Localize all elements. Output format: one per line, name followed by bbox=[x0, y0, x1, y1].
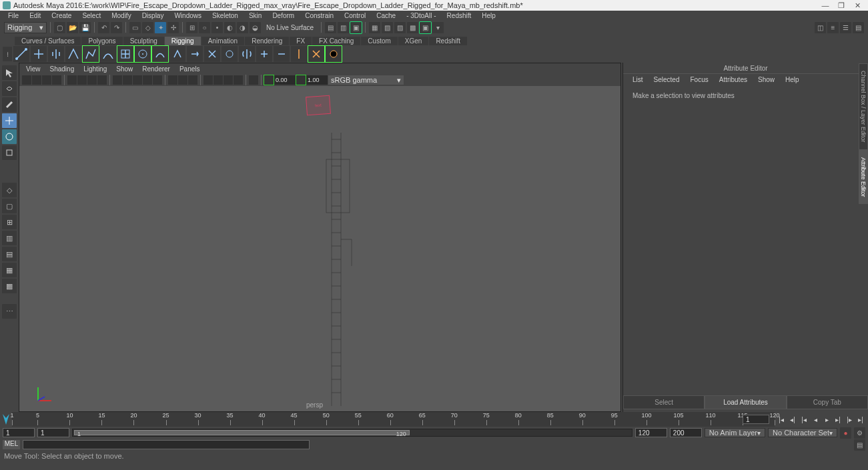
vp-near-clip-field[interactable]: 0.00 bbox=[274, 75, 296, 85]
ae-menu-selected[interactable]: Selected bbox=[648, 76, 685, 83]
ae-tab-copy[interactable]: Copy Tab bbox=[787, 395, 868, 409]
step-forward-key-button[interactable]: |▸ bbox=[845, 415, 854, 424]
scale-tool[interactable] bbox=[2, 145, 17, 160]
close-button[interactable]: ✕ bbox=[849, 1, 865, 10]
current-frame-field[interactable]: 1 bbox=[743, 415, 769, 424]
snap-point-icon[interactable]: • bbox=[211, 22, 223, 33]
vp-grid-icon[interactable] bbox=[67, 75, 77, 85]
shelf-tab-sculpting[interactable]: Sculpting bbox=[123, 37, 164, 45]
vp-menu-shading[interactable]: Shading bbox=[46, 65, 79, 73]
play-back-button[interactable]: ◂ bbox=[811, 415, 820, 424]
cluster-icon[interactable] bbox=[135, 46, 151, 62]
menu-edit[interactable]: Edit bbox=[24, 12, 46, 19]
create-lattice-icon[interactable] bbox=[117, 46, 133, 62]
save-scene-icon[interactable]: 💾 bbox=[79, 22, 91, 33]
vp-far-clip-icon[interactable] bbox=[296, 75, 306, 85]
mirror-weights-icon[interactable] bbox=[239, 46, 255, 62]
lasso-icon[interactable]: ◇ bbox=[142, 22, 153, 33]
ipr-icon[interactable]: ▧ bbox=[382, 22, 393, 33]
character-set-dropdown[interactable]: No Character Set ▾ bbox=[768, 428, 837, 437]
insert-joint-icon[interactable] bbox=[31, 46, 47, 62]
viewport[interactable]: text per bbox=[19, 86, 620, 411]
panel-layout-icon[interactable]: ▣ bbox=[420, 22, 431, 33]
anim-layer-dropdown[interactable]: No Anim Layer ▾ bbox=[705, 428, 765, 437]
menu-constrain[interactable]: Constrain bbox=[300, 12, 339, 19]
constraint-orient-icon[interactable] bbox=[326, 46, 342, 62]
vp-ao-icon[interactable] bbox=[213, 75, 223, 85]
layout-two-icon[interactable]: ▥ bbox=[2, 231, 17, 245]
shelf-tab-animation[interactable]: Animation bbox=[201, 37, 244, 45]
vp-film-gate-icon[interactable] bbox=[77, 75, 87, 85]
script-editor-icon[interactable]: ▤ bbox=[854, 439, 865, 451]
interactive-bind-icon[interactable] bbox=[187, 46, 203, 62]
create-joints-icon[interactable] bbox=[13, 46, 29, 62]
shelf-tab-rigging[interactable]: Rigging bbox=[165, 37, 201, 45]
vp-resolution-gate-icon[interactable] bbox=[87, 75, 97, 85]
snap-view-icon[interactable]: ◑ bbox=[237, 22, 248, 33]
step-forward-button[interactable]: ▸| bbox=[833, 415, 843, 424]
paint-weights-icon[interactable] bbox=[222, 46, 238, 62]
shelf-tab-rendering[interactable]: Rendering bbox=[245, 37, 289, 45]
rotate-tool[interactable] bbox=[2, 129, 17, 144]
side-tab-attribute-editor[interactable]: Attribute Editor bbox=[859, 150, 868, 205]
menu-file[interactable]: File bbox=[3, 12, 24, 19]
layout-persp-icon[interactable]: ▦ bbox=[2, 263, 17, 277]
new-scene-icon[interactable]: ▢ bbox=[54, 22, 65, 33]
vp-xray-joints-icon[interactable] bbox=[188, 75, 197, 85]
menu-redshift[interactable]: Redshift bbox=[442, 12, 477, 19]
vp-bookmark-icon[interactable] bbox=[32, 75, 41, 85]
ae-menu-focus[interactable]: Focus bbox=[685, 76, 713, 83]
menu-windows[interactable]: Windows bbox=[169, 12, 207, 19]
vp-isolate-icon[interactable] bbox=[168, 75, 177, 85]
vp-motion-blur-icon[interactable] bbox=[224, 75, 233, 85]
vp-image-plane-icon[interactable] bbox=[42, 75, 51, 85]
ik-spline-icon[interactable] bbox=[100, 46, 116, 62]
snap-curve-icon[interactable]: ○ bbox=[199, 22, 210, 33]
layout-icon[interactable]: ▾ bbox=[432, 22, 444, 33]
go-to-end-button[interactable]: ▸| bbox=[856, 415, 865, 424]
layout-outliner-icon[interactable]: ▤ bbox=[2, 247, 17, 261]
vp-shaded-icon[interactable] bbox=[123, 75, 132, 85]
render-view-icon[interactable]: ▦ bbox=[369, 22, 380, 33]
constraint-point-icon[interactable] bbox=[308, 46, 324, 62]
menu-modify[interactable]: Modify bbox=[106, 12, 136, 19]
remove-influence-icon[interactable] bbox=[274, 46, 290, 62]
step-back-button[interactable]: |◂ bbox=[799, 415, 809, 424]
channelbox-toggle-icon[interactable]: ≡ bbox=[827, 22, 839, 33]
time-ruler[interactable]: 1510152025303540455055606570758085909510… bbox=[12, 412, 775, 427]
layout-single-icon[interactable]: ▢ bbox=[2, 199, 17, 213]
last-tool[interactable]: ◇ bbox=[2, 183, 17, 197]
menu-cache[interactable]: Cache bbox=[371, 12, 401, 19]
prefs-icon[interactable]: ⚙ bbox=[854, 427, 865, 439]
play-forward-button[interactable]: ▸ bbox=[822, 415, 831, 424]
render-settings-icon[interactable]: ▨ bbox=[394, 22, 406, 33]
command-input[interactable] bbox=[23, 440, 310, 449]
menu-skin[interactable]: Skin bbox=[244, 12, 267, 19]
ae-menu-help[interactable]: Help bbox=[780, 76, 805, 83]
ik-handle-icon[interactable] bbox=[83, 46, 99, 62]
vp-2d-pan-icon[interactable] bbox=[52, 75, 61, 85]
modeling-toolkit-icon[interactable]: ◫ bbox=[815, 22, 826, 33]
vp-menu-renderer[interactable]: Renderer bbox=[138, 65, 174, 73]
ae-menu-show[interactable]: Show bbox=[753, 76, 780, 83]
snap-live-icon[interactable]: ◒ bbox=[250, 22, 261, 33]
shelf-tab-xgen[interactable]: XGen bbox=[398, 37, 429, 45]
vp-camera-icon[interactable] bbox=[22, 75, 31, 85]
vp-menu-show[interactable]: Show bbox=[112, 65, 137, 73]
anim-start-field[interactable]: 1 bbox=[3, 428, 35, 437]
shelf-menu-icon[interactable]: ⁞ bbox=[3, 47, 12, 61]
shelf-tab-curves[interactable]: Curves / Surfaces bbox=[15, 37, 81, 45]
vp-menu-panels[interactable]: Panels bbox=[175, 65, 204, 73]
vp-shadows-icon[interactable] bbox=[153, 75, 162, 85]
vp-textured-icon[interactable] bbox=[133, 75, 142, 85]
paint-select-tool[interactable] bbox=[2, 97, 17, 112]
toolbox-more-icon[interactable]: ⋯ bbox=[2, 304, 17, 319]
minimize-button[interactable]: — bbox=[817, 1, 833, 9]
snap-icon[interactable]: ✢ bbox=[167, 22, 179, 33]
script-lang-toggle[interactable]: MEL bbox=[3, 440, 20, 449]
menu-create[interactable]: Create bbox=[46, 12, 77, 19]
render-icon[interactable]: ▣ bbox=[350, 22, 362, 33]
mirror-joint-icon[interactable] bbox=[48, 46, 64, 62]
menu-control[interactable]: Control bbox=[339, 12, 371, 19]
maya-home-icon[interactable] bbox=[1, 413, 11, 426]
